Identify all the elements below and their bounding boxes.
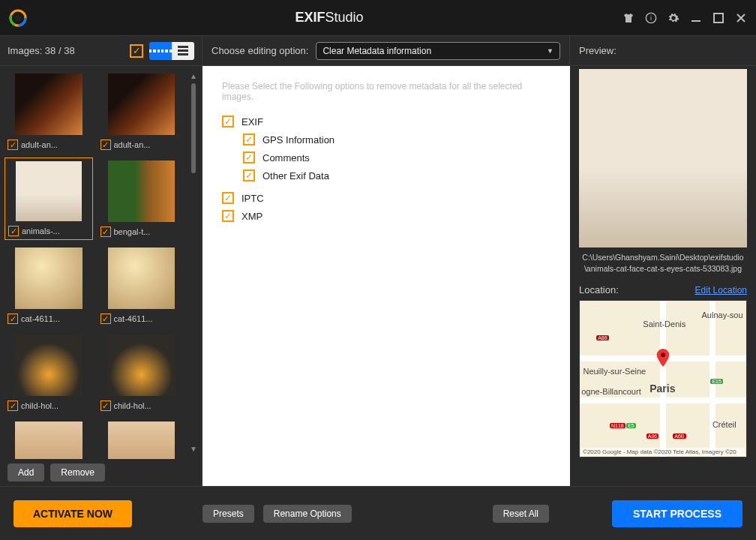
view-grid-button[interactable] — [149, 42, 172, 60]
map-center-label: Paris — [650, 382, 675, 394]
scroll-thumb[interactable] — [191, 83, 196, 173]
map-pin-icon — [656, 349, 670, 367]
thumb-item[interactable]: ✓child-hol... — [98, 332, 186, 414]
shirt-icon[interactable] — [622, 12, 634, 24]
scroll-down-icon[interactable]: ▼ — [190, 445, 197, 453]
view-list-button[interactable] — [172, 42, 194, 60]
presets-button[interactable]: Presets — [202, 505, 254, 523]
thumb-checkbox[interactable]: ✓ — [8, 400, 18, 411]
thumb-checkbox[interactable]: ✓ — [100, 140, 111, 150]
map[interactable]: Saint-Denis Aulnay-sou Neuilly-sur-Seine… — [579, 300, 747, 458]
svg-point-8 — [661, 352, 665, 357]
thumb-item[interactable]: ✓child-hol... — [4, 332, 93, 414]
svg-rect-6 — [692, 20, 700, 22]
thumb-item[interactable]: ✓bengal-t... — [98, 158, 186, 240]
svg-text:i: i — [650, 14, 652, 22]
minimize-icon[interactable] — [690, 12, 702, 24]
bottombar: ACTIVATE NOW Presets Rename Options Rese… — [0, 486, 756, 540]
info-icon[interactable]: i — [645, 12, 657, 24]
iptc-checkbox[interactable]: ✓ — [222, 192, 234, 204]
options-hint: Please Select the Following options to r… — [222, 81, 550, 102]
main: ✓adult-an... ✓adult-an... ✓animals-... ✓… — [0, 66, 756, 486]
app-title: EXIFStudio — [36, 10, 622, 26]
other-exif-checkbox[interactable]: ✓ — [243, 170, 255, 182]
preview-path: C:\Users\Ghanshyam.Saini\Desktop\exifstu… — [579, 252, 747, 274]
titlebar: EXIFStudio i — [0, 0, 756, 36]
thumb-checkbox[interactable]: ✓ — [100, 314, 111, 324]
rename-options-button[interactable]: Rename Options — [263, 505, 352, 523]
scroll-up-icon[interactable]: ▲ — [190, 72, 197, 80]
remove-button[interactable]: Remove — [50, 464, 105, 482]
thumb-item[interactable]: ✓cat-4611... — [98, 244, 186, 327]
thumb-item[interactable]: ✓cat-4611... — [4, 244, 93, 327]
images-count: Images: 38 / 38 — [8, 45, 124, 56]
preview-label: Preview: — [579, 45, 616, 56]
gps-label: GPS Information — [262, 134, 334, 146]
close-icon[interactable] — [735, 12, 747, 24]
thumb-checkbox[interactable]: ✓ — [8, 314, 18, 324]
thumb-item[interactable]: ✓adult-an... — [98, 70, 186, 153]
thumb-item[interactable]: ✓adult-an... — [4, 70, 93, 153]
xmp-label: XMP — [242, 211, 262, 222]
sidebar: ✓adult-an... ✓adult-an... ✓animals-... ✓… — [0, 66, 202, 486]
gps-checkbox[interactable]: ✓ — [243, 134, 255, 146]
location-label: Location: — [579, 284, 619, 296]
preview-panel: C:\Users\Ghanshyam.Saini\Desktop\exifstu… — [570, 66, 756, 486]
comments-checkbox[interactable]: ✓ — [243, 152, 255, 164]
toolbar: Images: 38 / 38 ✓ Choose editing option:… — [0, 36, 756, 66]
activate-button[interactable]: ACTIVATE NOW — [14, 500, 132, 527]
svg-point-3 — [15, 15, 21, 21]
start-process-button[interactable]: START PROCESS — [612, 500, 742, 527]
app-logo-icon — [9, 9, 27, 27]
options-panel: Please Select the Following options to r… — [202, 66, 570, 486]
comments-label: Comments — [262, 152, 310, 164]
exif-checkbox[interactable]: ✓ — [222, 116, 234, 128]
gear-icon[interactable] — [668, 12, 680, 24]
svg-rect-7 — [714, 14, 723, 22]
select-all-checkbox[interactable]: ✓ — [130, 44, 143, 58]
thumb-item[interactable] — [98, 418, 186, 459]
thumb-checkbox[interactable]: ✓ — [100, 226, 111, 237]
maximize-icon[interactable] — [712, 12, 724, 24]
preview-image — [579, 69, 747, 248]
thumb-checkbox[interactable]: ✓ — [8, 226, 19, 236]
editing-option-dropdown[interactable]: Clear Metadata information — [316, 42, 560, 60]
scrollbar[interactable]: ▲ ▼ — [190, 70, 197, 454]
other-exif-label: Other Exif Data — [262, 170, 329, 182]
map-attribution: ©2020 Google - Map data ©2020 Tele Atlas… — [581, 448, 745, 456]
iptc-label: IPTC — [242, 193, 264, 204]
thumbnail-grid: ✓adult-an... ✓adult-an... ✓animals-... ✓… — [4, 70, 185, 454]
reset-all-button[interactable]: Reset All — [493, 505, 549, 523]
thumb-checkbox[interactable]: ✓ — [8, 140, 18, 150]
thumb-checkbox[interactable]: ✓ — [100, 400, 111, 411]
thumb-item[interactable] — [4, 418, 93, 459]
xmp-checkbox[interactable]: ✓ — [222, 210, 234, 222]
view-toggle — [149, 42, 194, 60]
add-button[interactable]: Add — [8, 464, 44, 482]
thumb-item-selected[interactable]: ✓animals-... — [4, 158, 93, 240]
exif-label: EXIF — [242, 116, 263, 128]
editing-option-label: Choose editing option: — [212, 45, 308, 56]
edit-location-link[interactable]: Edit Location — [695, 285, 747, 296]
